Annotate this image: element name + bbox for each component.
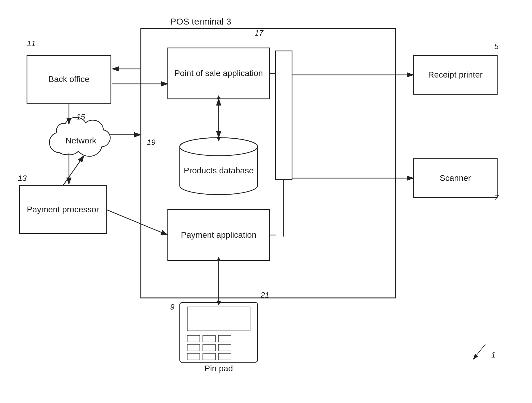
ref-1: 1: [491, 350, 495, 360]
ref-11: 11: [27, 39, 36, 48]
svg-rect-40: [203, 353, 215, 360]
svg-rect-34: [203, 335, 215, 342]
svg-marker-23: [217, 137, 221, 141]
svg-rect-38: [218, 344, 231, 351]
svg-rect-32: [187, 307, 250, 331]
svg-marker-44: [217, 301, 221, 305]
svg-rect-39: [187, 353, 200, 360]
ref-17: 17: [255, 28, 263, 38]
svg-rect-24: [276, 51, 292, 180]
ref-21: 21: [261, 290, 269, 300]
products-database-label: Products database: [180, 147, 258, 195]
ref-13: 13: [18, 174, 27, 183]
payment-processor-label: Payment processor: [19, 186, 106, 234]
svg-rect-37: [203, 344, 215, 351]
network-label: Network: [49, 127, 112, 154]
pos-terminal-label: POS terminal 3: [141, 16, 261, 27]
ref-15: 15: [76, 112, 85, 122]
pin-pad-label: Pin pad: [180, 364, 258, 373]
svg-rect-41: [218, 353, 231, 360]
diagram: 11 Back office 13 Payment processor 15 N…: [0, 0, 532, 403]
svg-rect-33: [187, 335, 200, 342]
svg-rect-36: [187, 344, 200, 351]
svg-line-46: [63, 156, 84, 186]
ref-9: 9: [170, 302, 174, 312]
svg-rect-35: [218, 335, 231, 342]
scanner-label: Scanner: [413, 159, 497, 198]
receipt-printer-label: Receipt printer: [413, 55, 497, 94]
payment-application-label: Payment application: [168, 210, 270, 260]
svg-rect-31: [180, 302, 258, 362]
ref-5: 5: [494, 42, 498, 51]
pos-application-label: Point of sale application: [168, 48, 270, 99]
back-office-label: Back office: [27, 55, 111, 103]
svg-line-19: [106, 210, 168, 235]
svg-line-45: [473, 344, 485, 359]
ref-19: 19: [147, 138, 155, 147]
